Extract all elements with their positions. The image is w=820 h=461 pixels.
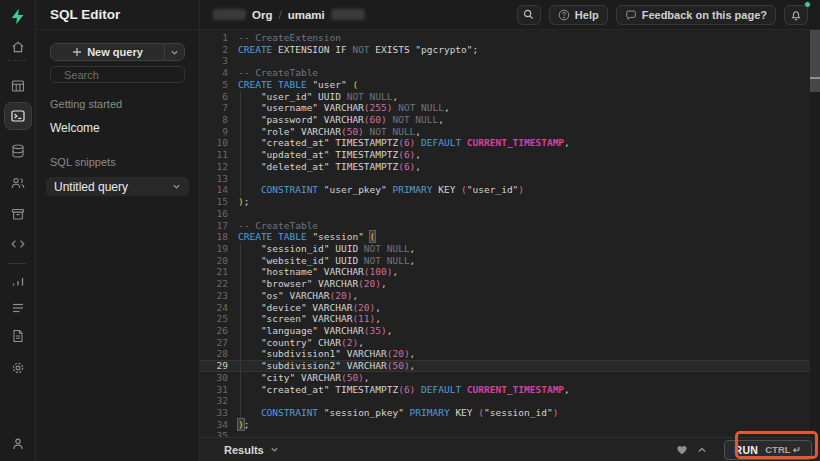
notifications-button[interactable] xyxy=(784,5,808,25)
line-number: 34 xyxy=(200,419,228,431)
indent-guide xyxy=(240,337,241,349)
code-line[interactable]: 9 "role" VARCHAR(50) NOT NULL, xyxy=(200,126,820,138)
indent-guide xyxy=(240,126,241,138)
indent-guide xyxy=(240,102,241,114)
line-number: 31 xyxy=(200,384,228,396)
sidebar-item-welcome[interactable]: Welcome xyxy=(50,121,185,135)
code-line[interactable]: 2CREATE EXTENSION IF NOT EXISTS "pgcrypt… xyxy=(200,44,820,56)
indent-guide xyxy=(240,149,241,161)
sql-editor-icon[interactable] xyxy=(4,102,32,130)
indent-guide xyxy=(240,395,241,407)
code-line[interactable]: 23 "os" VARCHAR(20), xyxy=(200,290,820,302)
bell-icon xyxy=(790,9,802,21)
indent-guide xyxy=(240,302,241,314)
heart-icon xyxy=(676,444,688,456)
editor-scrollbar[interactable] xyxy=(810,30,820,437)
database-icon[interactable] xyxy=(4,137,32,165)
code-line[interactable]: 15); xyxy=(200,196,820,208)
code-line[interactable]: 25 "screen" VARCHAR(11), xyxy=(200,313,820,325)
new-query-label: New query xyxy=(87,46,143,58)
org-label[interactable]: Org xyxy=(252,9,272,21)
code-area[interactable]: 1-- CreateExtension2CREATE EXTENSION IF … xyxy=(200,30,820,437)
code-line[interactable]: 20 "website_id" UUID NOT NULL, xyxy=(200,255,820,267)
indent-guide xyxy=(240,173,241,185)
code-line[interactable]: 19 "session_id" UUID NOT NULL, xyxy=(200,243,820,255)
code-line[interactable]: 3 xyxy=(200,55,820,67)
code-line[interactable]: 26 "language" VARCHAR(35), xyxy=(200,325,820,337)
chevron-down-icon xyxy=(172,182,181,191)
code-line[interactable]: 7 "username" VARCHAR(255) NOT NULL, xyxy=(200,102,820,114)
code-line[interactable]: 22 "browser" VARCHAR(20), xyxy=(200,278,820,290)
code-line[interactable]: 11 "updated_at" TIMESTAMPTZ(6), xyxy=(200,149,820,161)
code-line[interactable]: 18CREATE TABLE "session" ( xyxy=(200,231,820,243)
code-line[interactable]: 33 CONSTRAINT "session_pkey" PRIMARY KEY… xyxy=(200,407,820,419)
code-line[interactable]: 5CREATE TABLE "user" ( xyxy=(200,79,820,91)
storage-icon[interactable] xyxy=(4,200,32,228)
indent-guide xyxy=(240,184,241,196)
code-line[interactable]: 27 "country" CHAR(2), xyxy=(200,337,820,349)
table-editor-icon[interactable] xyxy=(4,72,32,100)
reports-icon[interactable] xyxy=(4,267,32,295)
code-line-content: CREATE TABLE "user" ( xyxy=(228,79,820,91)
indent-guide xyxy=(240,91,241,103)
code-line-content xyxy=(228,395,820,407)
code-line[interactable]: 21 "hostname" VARCHAR(100), xyxy=(200,266,820,278)
code-line-content: "screen" VARCHAR(11), xyxy=(228,313,820,325)
indent-guide xyxy=(240,114,241,126)
code-line[interactable]: 32 xyxy=(200,395,820,407)
code-line[interactable]: 24 "device" VARCHAR(20), xyxy=(200,302,820,314)
home-icon[interactable] xyxy=(4,33,32,61)
code-line[interactable]: 17-- CreateTable xyxy=(200,220,820,232)
run-button[interactable]: RUN CTRL ↵ xyxy=(724,440,812,460)
line-number: 19 xyxy=(200,243,228,255)
code-line[interactable]: 10 "created_at" TIMESTAMPTZ(6) DEFAULT C… xyxy=(200,137,820,149)
indent-guide xyxy=(240,360,241,372)
code-line[interactable]: 12 "deleted_at" TIMESTAMPTZ(6), xyxy=(200,161,820,173)
code-line[interactable]: 13 xyxy=(200,173,820,185)
code-line-content: "city" VARCHAR(50), xyxy=(228,372,820,384)
collapse-panel-button[interactable] xyxy=(697,445,707,455)
new-query-button[interactable]: New query xyxy=(51,44,164,60)
supabase-logo[interactable] xyxy=(4,2,32,30)
scrollbar-thumb[interactable] xyxy=(810,30,820,92)
api-docs-icon[interactable] xyxy=(4,322,32,350)
results-toggle[interactable]: Results xyxy=(224,444,279,456)
code-line-content: "subdivision1" VARCHAR(20), xyxy=(228,348,820,360)
logs-icon[interactable] xyxy=(4,294,32,322)
help-button[interactable]: Help xyxy=(549,5,608,25)
new-query-dropdown-button[interactable] xyxy=(164,44,184,60)
account-icon[interactable] xyxy=(4,430,32,458)
line-number: 25 xyxy=(200,313,228,325)
code-line[interactable]: 14 CONSTRAINT "user_pkey" PRIMARY KEY ("… xyxy=(200,184,820,196)
line-number: 8 xyxy=(200,114,228,126)
edge-functions-icon[interactable] xyxy=(4,230,32,258)
indent-guide xyxy=(240,278,241,290)
sql-code-editor[interactable]: 1-- CreateExtension2CREATE EXTENSION IF … xyxy=(200,30,820,437)
code-line-content: "browser" VARCHAR(20), xyxy=(228,278,820,290)
code-line[interactable]: 1-- CreateExtension xyxy=(200,32,820,44)
line-number: 9 xyxy=(200,126,228,138)
code-line[interactable]: 16 xyxy=(200,208,820,220)
code-line[interactable]: 34); xyxy=(200,419,820,431)
code-line[interactable]: 4-- CreateTable xyxy=(200,67,820,79)
page-title: SQL Editor xyxy=(36,0,199,30)
sidebar-item-untitled-query[interactable]: Untitled query xyxy=(46,177,189,196)
auth-icon[interactable] xyxy=(4,169,32,197)
help-label: Help xyxy=(575,9,599,21)
chevron-down-icon xyxy=(170,48,179,57)
code-line[interactable]: 31 "created_at" TIMESTAMPTZ(6) DEFAULT C… xyxy=(200,384,820,396)
code-line[interactable]: 8 "password" VARCHAR(60) NOT NULL, xyxy=(200,114,820,126)
code-line-content: "website_id" UUID NOT NULL, xyxy=(228,255,820,267)
settings-icon[interactable] xyxy=(4,354,32,382)
indent-guide xyxy=(240,407,241,419)
project-name[interactable]: umami xyxy=(288,9,325,21)
code-line[interactable]: 30 "city" VARCHAR(50), xyxy=(200,372,820,384)
code-line[interactable]: 28 "subdivision1" VARCHAR(20), xyxy=(200,348,820,360)
header-search-button[interactable] xyxy=(517,5,541,25)
search-input[interactable] xyxy=(64,69,206,81)
code-line[interactable]: 6 "user_id" UUID NOT NULL, xyxy=(200,91,820,103)
favorite-button[interactable] xyxy=(676,444,688,456)
code-line-content: CONSTRAINT "user_pkey" PRIMARY KEY ("use… xyxy=(228,184,820,196)
feedback-button[interactable]: Feedback on this page? xyxy=(616,5,776,25)
code-line[interactable]: 29 "subdivision2" VARCHAR(50), xyxy=(200,360,820,372)
